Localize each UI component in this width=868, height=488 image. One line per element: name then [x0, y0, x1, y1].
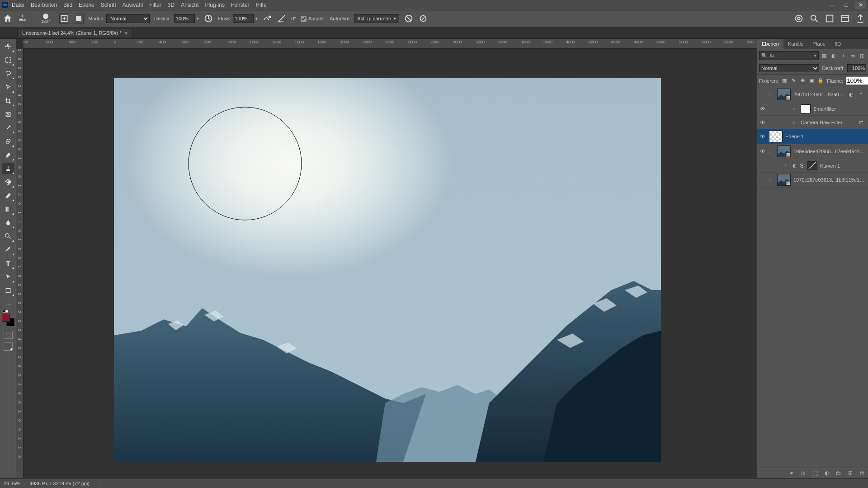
minimize-button[interactable]: — — [826, 1, 837, 9]
menu-auswahl[interactable]: Auswahl — [123, 2, 143, 8]
visibility-toggle-icon[interactable]: 👁 — [759, 148, 766, 155]
more-tools[interactable]: ⋯ — [2, 298, 14, 310]
share-icon[interactable] — [855, 14, 865, 23]
heal-tool[interactable] — [2, 136, 14, 147]
shape-tool[interactable] — [2, 285, 14, 296]
opacity-input[interactable] — [174, 14, 195, 23]
aligned-checkbox[interactable] — [301, 16, 307, 22]
eraser-tool[interactable] — [2, 190, 14, 202]
filter-smart-icon[interactable]: ◫ — [858, 52, 866, 60]
expand-icon[interactable]: 〉 — [769, 177, 774, 183]
flow-dropdown-icon[interactable]: ▾ — [255, 16, 258, 21]
home-icon[interactable] — [3, 14, 13, 23]
layer-name[interactable]: Ebene 1 — [785, 134, 866, 139]
lock-pixels-icon[interactable]: ✎ — [790, 77, 797, 84]
filter-pixel-icon[interactable]: ▦ — [820, 52, 828, 60]
layer-name[interactable]: 199e6dee42f968...87ee94944802d — [793, 149, 866, 154]
blur-tool[interactable] — [2, 217, 14, 229]
lock-artboard-icon[interactable]: ▣ — [808, 77, 815, 84]
adjustment-layer-icon[interactable]: ◐ — [823, 470, 831, 476]
lock-all-icon[interactable]: 🔒 — [817, 77, 824, 84]
vertical-ruler[interactable]: 2800240068001001201401601820022240260280… — [16, 49, 24, 478]
tool-preset-icon[interactable] — [17, 14, 27, 23]
layer-blend-mode-select[interactable]: Normal — [759, 64, 819, 72]
type-tool[interactable] — [2, 258, 14, 269]
layer-filter-select[interactable]: 🔍 Art ▾ — [759, 51, 819, 60]
layer-name[interactable]: 1970c267e03613...1b3f115e14179 — [793, 177, 866, 183]
opacity-dropdown-icon[interactable]: ▾ — [197, 16, 199, 21]
layer-thumbnail[interactable] — [769, 131, 783, 142]
visibility-toggle-icon[interactable]: 👁 — [759, 106, 766, 112]
layer-row[interactable]: 👁○Camera Raw-Filter⇄ — [757, 116, 868, 129]
visibility-toggle-icon[interactable]: 👁 — [759, 133, 766, 140]
layer-opacity-input[interactable] — [847, 64, 866, 72]
panel-tab-pfade[interactable]: Pfade — [808, 39, 830, 49]
lasso-tool[interactable] — [2, 68, 14, 80]
close-tab-icon[interactable]: ✕ — [124, 31, 128, 36]
layer-thumbnail[interactable]: ◫ — [777, 89, 791, 100]
layer-row[interactable]: 〉◐⛓Kurven 1 — [757, 159, 868, 173]
menu-bearbeiten[interactable]: Bearbeiten — [31, 2, 57, 8]
panel-tab-3d[interactable]: 3D — [830, 39, 845, 49]
quick-mask-icon[interactable] — [4, 331, 13, 339]
layer-row[interactable]: 〉◫29f7fb124604...93a047894a38◐⌃ — [757, 87, 868, 102]
brush-tool[interactable] — [2, 149, 14, 161]
mask-thumbnail[interactable] — [801, 104, 811, 113]
flow-input[interactable] — [233, 14, 254, 23]
document-tab[interactable]: Unbenannt-1 bei 24,4% (Ebene 1, RGB/8#) … — [17, 28, 133, 38]
dodge-tool[interactable] — [2, 230, 14, 242]
menu-hilfe[interactable]: Hilfe — [256, 2, 267, 8]
zoom-level[interactable]: 24.35% — [4, 481, 20, 486]
arrange-docs-icon[interactable] — [825, 14, 835, 23]
layer-name[interactable]: Smartfilter — [813, 106, 866, 112]
frame-tool[interactable] — [2, 108, 14, 120]
fill-input[interactable] — [846, 76, 868, 85]
menu-plug-ins[interactable]: Plug-ins — [205, 2, 225, 8]
filter-type-icon[interactable]: T — [839, 52, 847, 60]
menu-datei[interactable]: Datei — [12, 2, 24, 8]
move-tool[interactable] — [2, 41, 14, 52]
menu-filter[interactable]: Filter — [149, 2, 161, 8]
history-brush-tool[interactable] — [2, 176, 14, 188]
expand-icon[interactable]: 〉 — [784, 163, 790, 169]
screen-mode-icon[interactable] — [4, 343, 13, 351]
delete-layer-icon[interactable]: 🗑 — [858, 470, 866, 476]
add-mask-icon[interactable]: ◯ — [811, 470, 819, 476]
menu-schrift[interactable]: Schrift — [101, 2, 116, 8]
layer-name[interactable]: Kurven 1 — [820, 163, 866, 169]
horizontal-ruler[interactable]: 0060040020002004006008001000120014001600… — [24, 39, 757, 49]
maximize-button[interactable]: □ — [841, 1, 852, 9]
menu-bild[interactable]: Bild — [63, 2, 72, 8]
filter-shape-icon[interactable]: ▭ — [849, 52, 857, 60]
visibility-toggle-icon[interactable]: 👁 — [759, 119, 766, 126]
pressure-size-icon[interactable] — [418, 14, 428, 23]
search-icon[interactable] — [809, 14, 819, 23]
menu-3d[interactable]: 3D — [168, 2, 175, 8]
link-icon[interactable]: ⛓ — [799, 163, 805, 168]
doc-info[interactable]: 4936 Px x 3319 Px (72 ppi) — [29, 481, 90, 486]
collapse-icon[interactable]: ⌃ — [859, 92, 866, 98]
menu-ebene[interactable]: Ebene — [79, 2, 94, 8]
filter-toggle-icon[interactable]: ○ — [793, 120, 798, 125]
layer-name[interactable]: 29f7fb124604...93a047894a38 — [793, 92, 846, 97]
layer-thumbnail[interactable]: ◫ — [777, 174, 791, 186]
new-layer-icon[interactable]: ⊞ — [846, 470, 854, 476]
filter-visibility-icon[interactable]: ◐ — [849, 92, 856, 98]
pen-tool[interactable] — [2, 244, 14, 256]
panel-tab-kanäle[interactable]: Kanäle — [783, 39, 808, 49]
layer-row[interactable]: 👁〉◫199e6dee42f968...87ee94944802d — [757, 144, 868, 159]
adjustment-thumbnail[interactable] — [807, 161, 817, 170]
menu-ansicht[interactable]: Ansicht — [181, 2, 198, 8]
expand-icon[interactable]: 〉 — [769, 92, 774, 98]
canvas-area[interactable] — [24, 49, 757, 478]
layer-row[interactable]: 👁○Smartfilter — [757, 102, 868, 116]
smartfilter-toggle-icon[interactable]: ○ — [793, 107, 798, 111]
crop-tool[interactable] — [2, 95, 14, 107]
color-swatches[interactable] — [2, 314, 14, 326]
clone-stamp-tool[interactable] — [2, 163, 14, 174]
foreground-color[interactable] — [2, 314, 10, 322]
layer-row[interactable]: 👁Ebene 1 — [757, 129, 868, 144]
path-select-tool[interactable] — [2, 271, 14, 283]
canvas[interactable] — [114, 78, 661, 462]
airbrush-icon[interactable] — [262, 14, 272, 23]
